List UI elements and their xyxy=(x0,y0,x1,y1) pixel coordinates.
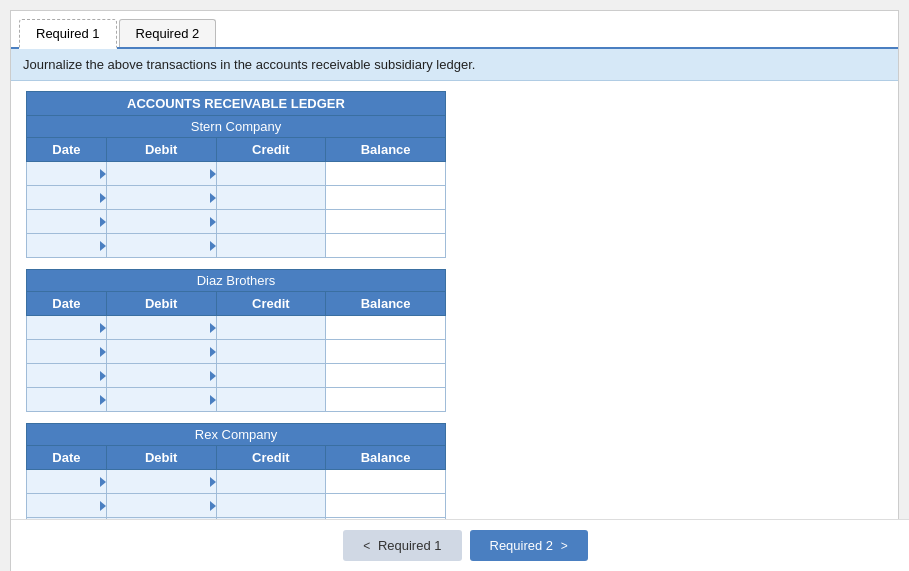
stern-company-header: Stern Company xyxy=(27,116,446,138)
diaz-debit-1[interactable] xyxy=(106,316,216,340)
spacer-1 xyxy=(27,258,446,270)
stern-credit-2[interactable] xyxy=(216,186,326,210)
rex-col-date: Date xyxy=(27,446,107,470)
rex-col-headers: Date Debit Credit Balance xyxy=(27,446,446,470)
stern-col-debit: Debit xyxy=(106,138,216,162)
stern-row-2 xyxy=(27,186,446,210)
rex-balance-1[interactable] xyxy=(326,470,446,494)
stern-credit-1[interactable] xyxy=(216,162,326,186)
tab-required-2[interactable]: Required 2 xyxy=(119,19,217,47)
ledger-table: ACCOUNTS RECEIVABLE LEDGER Stern Company… xyxy=(26,91,446,566)
rex-col-balance: Balance xyxy=(326,446,446,470)
prev-button-label: Required 1 xyxy=(378,538,442,553)
stern-col-headers: Date Debit Credit Balance xyxy=(27,138,446,162)
rex-company-name: Rex Company xyxy=(27,424,446,446)
diaz-balance-1[interactable] xyxy=(326,316,446,340)
rex-debit-1[interactable] xyxy=(106,470,216,494)
stern-debit-4[interactable] xyxy=(106,234,216,258)
rex-row-2 xyxy=(27,494,446,518)
rex-date-2[interactable] xyxy=(27,494,107,518)
chevron-right-icon: > xyxy=(561,539,568,553)
diaz-col-debit: Debit xyxy=(106,292,216,316)
next-button[interactable]: Required 2 > xyxy=(470,530,588,561)
diaz-company-name: Diaz Brothers xyxy=(27,270,446,292)
tabs-bar: Required 1 Required 2 xyxy=(11,11,898,49)
diaz-date-1[interactable] xyxy=(27,316,107,340)
rex-credit-2[interactable] xyxy=(216,494,326,518)
diaz-debit-4[interactable] xyxy=(106,388,216,412)
stern-date-2[interactable] xyxy=(27,186,107,210)
stern-date-4[interactable] xyxy=(27,234,107,258)
next-button-label: Required 2 xyxy=(490,538,554,553)
instruction-text: Journalize the above transactions in the… xyxy=(11,49,898,81)
diaz-credit-4[interactable] xyxy=(216,388,326,412)
diaz-row-4 xyxy=(27,388,446,412)
rex-col-debit: Debit xyxy=(106,446,216,470)
prev-button[interactable]: < Required 1 xyxy=(343,530,461,561)
stern-col-balance: Balance xyxy=(326,138,446,162)
stern-debit-2[interactable] xyxy=(106,186,216,210)
diaz-date-3[interactable] xyxy=(27,364,107,388)
rex-col-credit: Credit xyxy=(216,446,326,470)
diaz-balance-2[interactable] xyxy=(326,340,446,364)
tab-required-1[interactable]: Required 1 xyxy=(19,19,117,49)
stern-debit-3[interactable] xyxy=(106,210,216,234)
stern-balance-1[interactable] xyxy=(326,162,446,186)
ledger-title: ACCOUNTS RECEIVABLE LEDGER xyxy=(27,92,446,116)
rex-company-header: Rex Company xyxy=(27,424,446,446)
rex-debit-2[interactable] xyxy=(106,494,216,518)
diaz-credit-2[interactable] xyxy=(216,340,326,364)
main-content: ACCOUNTS RECEIVABLE LEDGER Stern Company… xyxy=(11,81,898,571)
diaz-col-balance: Balance xyxy=(326,292,446,316)
diaz-col-credit: Credit xyxy=(216,292,326,316)
diaz-debit-2[interactable] xyxy=(106,340,216,364)
ledger-title-row: ACCOUNTS RECEIVABLE LEDGER xyxy=(27,92,446,116)
stern-row-4 xyxy=(27,234,446,258)
stern-col-credit: Credit xyxy=(216,138,326,162)
stern-company-name: Stern Company xyxy=(27,116,446,138)
diaz-date-2[interactable] xyxy=(27,340,107,364)
rex-balance-2[interactable] xyxy=(326,494,446,518)
stern-row-1 xyxy=(27,162,446,186)
stern-credit-3[interactable] xyxy=(216,210,326,234)
diaz-date-4[interactable] xyxy=(27,388,107,412)
diaz-row-2 xyxy=(27,340,446,364)
spacer-2 xyxy=(27,412,446,424)
stern-date-1[interactable] xyxy=(27,162,107,186)
diaz-row-3 xyxy=(27,364,446,388)
diaz-credit-1[interactable] xyxy=(216,316,326,340)
diaz-col-headers: Date Debit Credit Balance xyxy=(27,292,446,316)
diaz-col-date: Date xyxy=(27,292,107,316)
page-container: Required 1 Required 2 Journalize the abo… xyxy=(10,10,899,571)
rex-row-1 xyxy=(27,470,446,494)
stern-balance-2[interactable] xyxy=(326,186,446,210)
diaz-debit-3[interactable] xyxy=(106,364,216,388)
stern-balance-4[interactable] xyxy=(326,234,446,258)
rex-credit-1[interactable] xyxy=(216,470,326,494)
stern-balance-3[interactable] xyxy=(326,210,446,234)
diaz-balance-4[interactable] xyxy=(326,388,446,412)
rex-date-1[interactable] xyxy=(27,470,107,494)
stern-col-date: Date xyxy=(27,138,107,162)
stern-debit-1[interactable] xyxy=(106,162,216,186)
diaz-row-1 xyxy=(27,316,446,340)
stern-credit-4[interactable] xyxy=(216,234,326,258)
stern-row-3 xyxy=(27,210,446,234)
stern-date-3[interactable] xyxy=(27,210,107,234)
chevron-left-icon: < xyxy=(363,539,370,553)
diaz-credit-3[interactable] xyxy=(216,364,326,388)
diaz-balance-3[interactable] xyxy=(326,364,446,388)
bottom-nav: < Required 1 Required 2 > xyxy=(11,519,909,571)
diaz-company-header: Diaz Brothers xyxy=(27,270,446,292)
